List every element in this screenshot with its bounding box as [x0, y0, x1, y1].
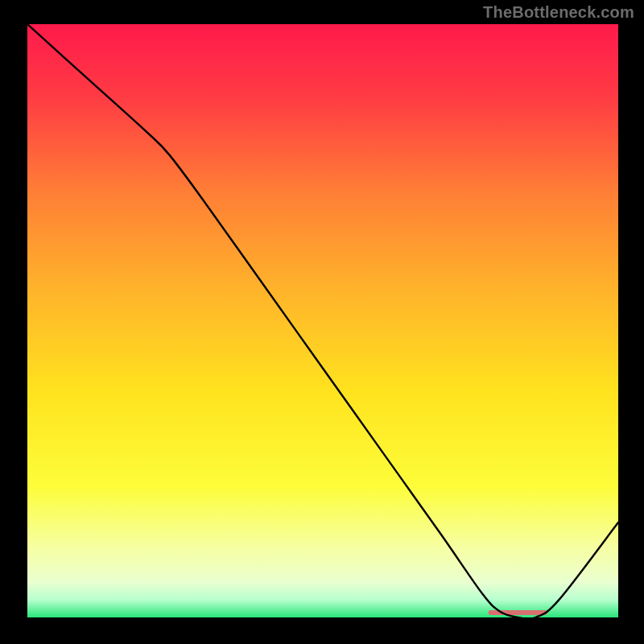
- chart-frame: TheBottleneck.com: [0, 0, 644, 644]
- attribution-label: TheBottleneck.com: [483, 3, 634, 22]
- highlight-band: [489, 610, 547, 615]
- plot-area: [27, 24, 618, 617]
- gradient-background: [27, 24, 618, 617]
- chart-svg: [27, 24, 618, 617]
